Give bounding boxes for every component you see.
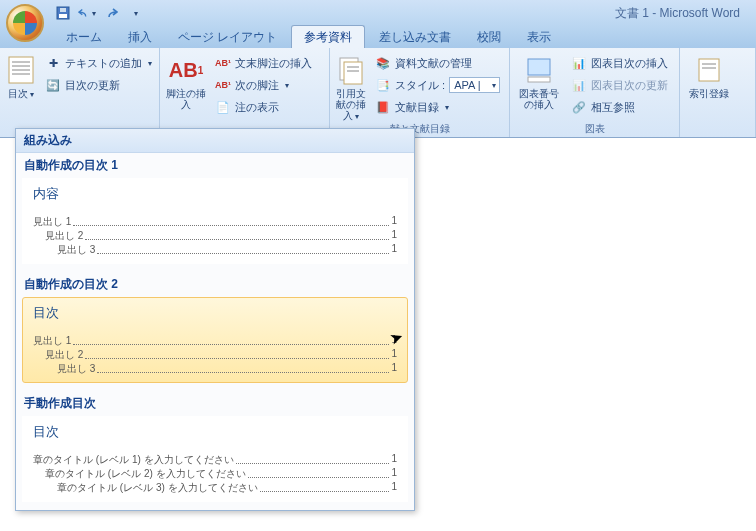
endnote-icon: AB¹ xyxy=(215,55,231,71)
cross-reference-button[interactable]: 🔗相互参照 xyxy=(567,97,672,117)
mark-entry-button[interactable]: 索引登録 xyxy=(684,51,734,137)
update-toc-button[interactable]: 🔄目次の更新 xyxy=(41,75,156,95)
insert-footnote-button[interactable]: AB1 脚注の挿入 xyxy=(164,51,208,137)
title-bar: ▾ ▾ 文書 1 - Microsoft Word xyxy=(0,0,756,26)
cross-ref-icon: 🔗 xyxy=(571,99,587,115)
gallery-item-title: 自動作成の目次 1 xyxy=(16,153,414,176)
insert-table-of-figures-button[interactable]: 📊図表目次の挿入 xyxy=(567,53,672,73)
toc-button[interactable]: 目次▾ xyxy=(4,51,38,137)
group-label-captions: 図表 xyxy=(510,122,679,136)
insert-endnote-button[interactable]: AB¹文末脚注の挿入 xyxy=(211,53,316,73)
manage-sources-icon: 📚 xyxy=(375,55,391,71)
save-icon[interactable] xyxy=(54,4,72,22)
tab-view[interactable]: 表示 xyxy=(515,26,563,48)
tab-mailings[interactable]: 差し込み文書 xyxy=(367,26,463,48)
gallery-item-title: 自動作成の目次 2 xyxy=(16,272,414,295)
ribbon-tabs: ホーム 挿入 ページ レイアウト 参考資料 差し込み文書 校閲 表示 xyxy=(0,26,756,48)
update-table-of-figures-button[interactable]: 📊図表目次の更新 xyxy=(567,75,672,95)
office-button[interactable] xyxy=(6,4,44,42)
style-value[interactable]: APA | xyxy=(449,77,500,93)
tab-page-layout[interactable]: ページ レイアウト xyxy=(166,26,289,48)
gallery-header: 組み込み xyxy=(16,129,414,153)
group-index: 索引登録 xyxy=(680,48,756,137)
group-footnotes: AB1 脚注の挿入 AB¹文末脚注の挿入 AB¹次の脚注▾ 📄注の表示 xyxy=(160,48,330,137)
tab-review[interactable]: 校閲 xyxy=(465,26,513,48)
undo-icon[interactable]: ▾ xyxy=(78,4,96,22)
svg-rect-2 xyxy=(60,8,66,12)
style-icon: 📑 xyxy=(375,77,391,93)
group-captions: 図表番号の挿入 📊図表目次の挿入 📊図表目次の更新 🔗相互参照 図表 xyxy=(510,48,680,137)
redo-icon[interactable] xyxy=(102,4,120,22)
gallery-item-manual[interactable]: 目次 章のタイトル (レベル 1) を入力してください1 章のタイトル (レベル… xyxy=(22,416,408,502)
svg-rect-9 xyxy=(344,62,362,84)
update-icon: 🔄 xyxy=(45,77,61,93)
ribbon: 目次▾ ✚テキストの追加▾ 🔄目次の更新 AB1 脚注の挿入 AB¹文末脚注の挿… xyxy=(0,48,756,138)
next-footnote-icon: AB¹ xyxy=(215,77,231,93)
gallery-item-auto2[interactable]: 目次 見出し 11 見出し 21 見出し 31 xyxy=(22,297,408,383)
group-citations: 引用文献の挿入▾ 📚資料文献の管理 📑スタイル : APA | 📕文献目録▾ 献… xyxy=(330,48,510,137)
toc-icon xyxy=(5,54,37,86)
footnote-icon: AB1 xyxy=(170,54,202,86)
index-icon xyxy=(693,54,725,86)
quick-access-toolbar: ▾ ▾ xyxy=(54,4,144,22)
gallery-item-title: 手動作成目次 xyxy=(16,391,414,414)
bibliography-icon: 📕 xyxy=(375,99,391,115)
manage-sources-button[interactable]: 📚資料文献の管理 xyxy=(371,53,504,73)
group-toc: 目次▾ ✚テキストの追加▾ 🔄目次の更新 xyxy=(0,48,160,137)
show-notes-button[interactable]: 📄注の表示 xyxy=(211,97,316,117)
svg-rect-1 xyxy=(59,14,67,18)
tab-references[interactable]: 参考資料 xyxy=(291,25,365,48)
gallery-item-auto1[interactable]: 内容 見出し 11 見出し 21 見出し 31 xyxy=(22,178,408,264)
style-dropdown[interactable]: 📑スタイル : APA | xyxy=(371,75,504,95)
bibliography-button[interactable]: 📕文献目録▾ xyxy=(371,97,504,117)
svg-rect-14 xyxy=(699,59,719,81)
window-title: 文書 1 - Microsoft Word xyxy=(615,5,752,22)
show-notes-icon: 📄 xyxy=(215,99,231,115)
tof-insert-icon: 📊 xyxy=(571,55,587,71)
add-text-icon: ✚ xyxy=(45,55,61,71)
tab-insert[interactable]: 挿入 xyxy=(116,26,164,48)
tof-update-icon: 📊 xyxy=(571,77,587,93)
citation-icon xyxy=(335,54,367,86)
tab-home[interactable]: ホーム xyxy=(54,26,114,48)
toc-gallery: 組み込み 自動作成の目次 1 内容 見出し 11 見出し 21 見出し 31 自… xyxy=(15,128,415,511)
svg-rect-12 xyxy=(528,59,550,75)
caption-icon xyxy=(523,54,555,86)
next-footnote-button[interactable]: AB¹次の脚注▾ xyxy=(211,75,316,95)
svg-rect-13 xyxy=(528,77,550,82)
customize-qat-icon[interactable]: ▾ xyxy=(126,4,144,22)
add-text-button[interactable]: ✚テキストの追加▾ xyxy=(41,53,156,73)
